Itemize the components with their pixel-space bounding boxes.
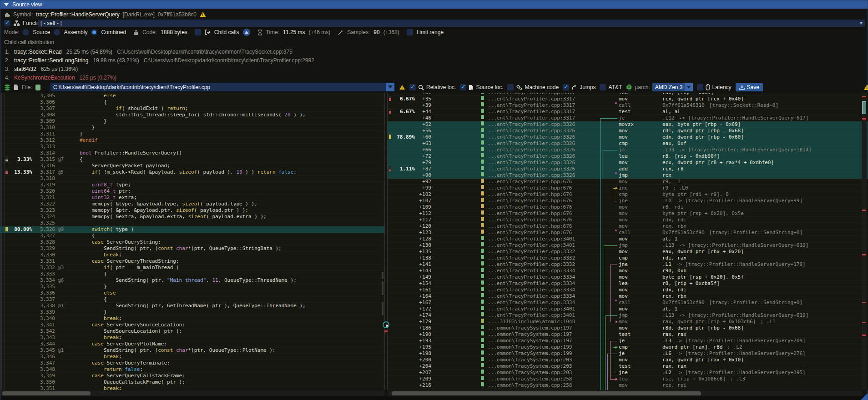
source-line[interactable]: 3,307 if( shouldExit ) return; (0, 105, 384, 112)
asm-row[interactable]: +200...ommon\TracySystem.cpp:203movrax, … (388, 357, 868, 363)
asm-row[interactable]: +209...ommon\TracySystem.cpp:258learsi, … (388, 376, 868, 382)
att-checkbox[interactable] (600, 84, 606, 90)
pane-splitter[interactable] (384, 93, 388, 390)
source-line[interactable]: 3,346 break; (0, 354, 384, 360)
asm-row[interactable]: +161...ent\TracyProfiler.cpp:3334movrdx,… (388, 287, 868, 293)
source-line[interactable]: 3,320 uint64_t ptr; (0, 188, 384, 195)
asm-row[interactable]: +135...ent\TracyProfiler.cpp:3332moveax,… (388, 249, 868, 255)
asm-row[interactable]: +117...ent\TracyProfiler.hpp:676movrdx, … (388, 217, 868, 223)
source-line[interactable]: 3,324 memcpy( &extra, &payload.extra, si… (0, 214, 384, 220)
source-line[interactable]: 3,309 } (0, 118, 384, 125)
asm-row[interactable]: +138...ent\TracyProfiler.cpp:3332cmprdi,… (388, 255, 868, 261)
source-pane[interactable]: 3,305 else3,306 {3,307 if( shouldExit ) … (0, 93, 384, 390)
source-line[interactable]: 3,308 std::this_thread::sleep_for( std::… (0, 112, 384, 118)
mode-radio-source[interactable] (23, 29, 29, 35)
asm-row[interactable]: 6.67%+44...ent\TracyProfiler.cpp:3317tes… (388, 109, 868, 115)
collapse-icon[interactable] (4, 3, 9, 6)
source-line[interactable]: 3,348 return false; (0, 366, 384, 373)
window-titlebar[interactable]: Source view (0, 0, 868, 9)
source-line[interactable]: 3,336 else (0, 290, 384, 296)
source-line[interactable]: 3,334@6 SendString( ptr, "Main thread", … (0, 277, 384, 284)
source-loc-toggle[interactable]: Source loc. (460, 84, 503, 90)
function-checkbox[interactable] (4, 20, 10, 26)
asm-row[interactable]: +179....31103\include\atomic:1048movrax,… (388, 319, 868, 325)
source-hscrollbar-thumb[interactable] (2, 391, 91, 395)
asm-row[interactable]: +72...ent\TracyProfiler.cpp:3326lear8, [… (388, 153, 868, 160)
latency-checkbox[interactable] (697, 84, 703, 90)
child-calls-up-button[interactable] (243, 29, 250, 36)
source-line[interactable]: 3,345@1 SendString( ptr, (const char*)pt… (0, 347, 384, 354)
asm-row[interactable]: +90...ent\TracyProfiler.cpp:3326jmprcx (388, 172, 868, 179)
asm-row[interactable]: +123...ent\TracyProfiler.hpp:676call0x7f… (388, 230, 868, 236)
source-loc-checkbox[interactable] (460, 84, 466, 90)
source-line[interactable]: 3,339 } (0, 309, 384, 315)
source-line[interactable]: 3,327 { (0, 233, 384, 239)
source-line[interactable]: 3,337 { (0, 296, 384, 303)
asm-row[interactable]: +154...ent\TracyProfiler.cpp:3334lear8, … (388, 280, 868, 287)
asm-row[interactable]: +56...ent\TracyProfiler.cpp:3326movrdi, … (388, 128, 868, 134)
file-combo-dropdown-button[interactable] (386, 83, 394, 91)
source-line[interactable]: 3,350 QueueCallstackFrame( ptr ); (0, 379, 384, 385)
source-line[interactable]: 3,312#endif (0, 137, 384, 144)
asm-row[interactable]: +52...ent\TracyProfiler.cpp:3326movzxeax… (388, 121, 868, 128)
source-line[interactable]: 3,310 } (0, 125, 384, 131)
att-toggle[interactable]: AT&T (600, 84, 622, 90)
asm-row[interactable]: +92...ent\TracyProfiler.hpp:676movr9, -1 (388, 179, 868, 185)
source-line[interactable]: 3,332@3 if( ptr == m_mainThread ) (0, 265, 384, 271)
source-line[interactable]: 3,323 memcpy( &ptr, &payload.ptr, sizeof… (0, 207, 384, 214)
source-line[interactable]: 3,325 (0, 220, 384, 226)
machine-code-toggle[interactable]: Machine code (507, 84, 559, 90)
source-line[interactable]: 3,322 memcpy( &type, &payload.type, size… (0, 201, 384, 207)
jumps-toggle[interactable]: Jumps (563, 84, 595, 90)
relative-loc-checkbox[interactable] (409, 84, 416, 90)
limit-range-checkbox[interactable] (407, 29, 413, 35)
source-line[interactable]: 3,347 case ServerQueryTerminate: (0, 360, 384, 366)
asm-row[interactable]: +193...ommon\TracySystem.cpp:197je.L3-> … (388, 338, 868, 344)
child-call-entry[interactable]: 4.KeSynchronizeExecution125 µs (0.27%) (0, 73, 868, 82)
asm-row[interactable]: +149...ent\TracyProfiler.cpp:3334movbyte… (388, 274, 868, 280)
assembly-hscrollbar[interactable] (388, 390, 862, 396)
asm-row[interactable]: +190...ommon\TracySystem.cpp:197testrax,… (388, 331, 868, 338)
source-line[interactable]: 3,314bool Profiler::HandleServerQuery() (0, 150, 384, 156)
mode-radio-assembly[interactable] (54, 29, 60, 35)
source-line[interactable]: 3,321 uint32_t extra; (0, 195, 384, 201)
source-line[interactable]: 3,329 SendString( ptr, (const char*)ptr,… (0, 245, 384, 252)
asm-row[interactable]: +198...ommon\TracySystem.cpp:199je.L6-> … (388, 350, 868, 357)
machine-code-checkbox[interactable] (507, 84, 514, 90)
relative-loc-toggle[interactable]: Relative loc. (409, 84, 456, 90)
file-combo[interactable]: C:\Users\wolf\Desktop\darkrl\contrib\tra… (50, 83, 394, 91)
source-line[interactable]: 3,319 uint8_t type; (0, 182, 384, 188)
uarch-combo[interactable]: AMD Zen 3 (652, 83, 693, 91)
resize-grip[interactable] (860, 393, 868, 400)
source-line[interactable]: 3,318 (0, 175, 384, 182)
asm-row[interactable]: +167...ent\TracyProfiler.cpp:3334call0x7… (388, 300, 868, 306)
assembly-pane[interactable]: +31...ent\TracyProfiler.cpp:3317leardx, … (388, 93, 868, 390)
asm-row[interactable]: +174...ent\TracyProfiler.cpp:3401jmp.L13… (388, 312, 868, 319)
child-call-entry[interactable]: 3.stat64i32625 µs (1.36%) (0, 65, 868, 73)
source-line[interactable]: 3,311} (0, 131, 384, 137)
asm-row[interactable]: +204...ommon\TracySystem.cpp:203testrax,… (388, 363, 868, 370)
asm-row[interactable]: +195...ommon\TracySystem.cpp:199cmpdword… (388, 344, 868, 350)
source-line[interactable]: 3,335 } (0, 284, 384, 290)
source-line[interactable]: 3,351 break; (0, 385, 384, 390)
asm-row[interactable]: 78.89%+60...ent\TracyProfiler.cpp:3326mo… (388, 134, 868, 140)
asm-row[interactable]: +130...ent\TracyProfiler.cpp:3401jmp.L13… (388, 242, 868, 249)
asm-row[interactable]: +66...ent\TracyProfiler.cpp:3326ja.L33->… (388, 147, 868, 153)
asm-row[interactable]: 6.67%+35...ent\TracyProfiler.cpp:3317mov… (388, 96, 868, 102)
source-line[interactable]: 3,342 SendSourceLocation( ptr ); (0, 328, 384, 335)
asm-row[interactable]: +172...ent\TracyProfiler.cpp:3401moval, … (388, 306, 868, 312)
asm-row[interactable]: +79...ent\TracyProfiler.cpp:3326movecx, … (388, 160, 868, 166)
source-line[interactable]: 3,343 break; (0, 335, 384, 341)
source-line[interactable]: 3,305 else (0, 93, 384, 99)
asm-row[interactable]: +216...ommon\TracySystem.cpp:258movrcx, … (388, 382, 868, 389)
asm-row[interactable]: +102...ent\TracyProfiler.hpp:676cmpbyte … (388, 191, 868, 198)
child-call-entry[interactable]: 2.tracy::Profiler::SendLongString19.88 m… (0, 56, 868, 65)
source-line[interactable]: 3.33%3,315@7{ (0, 156, 384, 163)
source-line[interactable]: 3,341 case ServerQuerySourceLocation: (0, 322, 384, 328)
asm-row[interactable]: 1.11%+87...ent\TracyProfiler.cpp:3326add… (388, 166, 868, 172)
source-line[interactable]: 3,344 case ServerQueryPlotName: (0, 341, 384, 347)
source-vertical-scrollbar[interactable] (381, 93, 384, 390)
child-call-entry[interactable]: 1.tracy::Socket::Read25.25 ms (54.89%)C:… (0, 47, 868, 56)
asm-row[interactable]: +186...ommon\TracySystem.cpp:197movr8d, … (388, 325, 868, 331)
asm-row[interactable]: +128...ent\TracyProfiler.cpp:3401moval, … (388, 236, 868, 242)
